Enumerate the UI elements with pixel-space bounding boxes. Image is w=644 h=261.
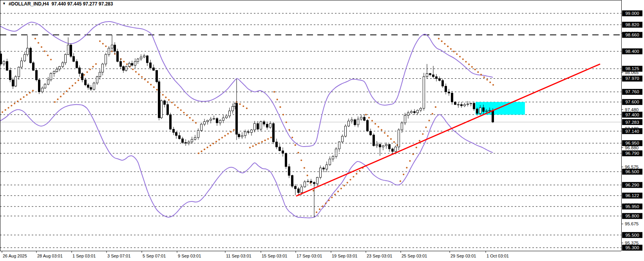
sar-dot — [347, 182, 348, 183]
candle-bullish — [301, 187, 303, 193]
candle-bullish — [376, 145, 378, 146]
sar-dot — [492, 84, 494, 86]
sar-dot — [218, 139, 220, 140]
candle-bullish — [304, 182, 306, 187]
candle-bullish — [251, 130, 253, 132]
candle-bearish — [33, 63, 34, 70]
candle-bullish — [320, 168, 322, 177]
sar-dot — [264, 140, 266, 141]
candle-bearish — [454, 102, 456, 105]
candle-bearish — [373, 135, 375, 146]
candle-bullish — [42, 88, 43, 92]
candle-bullish — [423, 77, 425, 109]
sar-dot — [204, 149, 205, 150]
sar-dot — [8, 107, 9, 109]
candle-bearish — [167, 105, 169, 115]
candle-bearish — [79, 68, 81, 74]
sar-dot — [365, 114, 367, 116]
sar-dot — [374, 123, 376, 125]
sar-dot — [242, 105, 244, 107]
sar-dot — [453, 51, 455, 52]
sar-dot — [239, 103, 241, 105]
sar-dot — [403, 174, 404, 175]
sar-dot — [69, 88, 70, 89]
sar-dot — [349, 179, 351, 180]
candle-bullish — [411, 112, 412, 113]
candle-bearish — [288, 167, 290, 176]
price-axis-label: 96.575 — [625, 165, 639, 169]
sar-dot — [429, 120, 430, 121]
sar-dot — [47, 54, 49, 56]
candle-bullish — [420, 108, 422, 110]
sar-dot — [177, 107, 179, 108]
chart-title-bar: ▼ #DOLLAR_IND,H4 97.440 97.445 97.277 97… — [2, 1, 113, 7]
sar-dot — [450, 48, 452, 50]
candle-bullish — [213, 118, 215, 119]
sar-dot — [95, 63, 97, 65]
candle-bullish — [140, 57, 142, 59]
time-axis-label: 29 Sep 03:01 — [450, 254, 476, 258]
time-axis-label: 1 Oct 03:01 — [487, 254, 509, 258]
symbol-dropdown-icon[interactable]: ▼ — [2, 2, 6, 5]
sar-dot — [471, 66, 473, 68]
sar-dot — [344, 185, 345, 187]
candle-bearish — [123, 67, 125, 71]
candle-bearish — [158, 82, 160, 118]
sar-dot — [102, 43, 104, 45]
sar-dot — [66, 91, 67, 92]
sar-dot — [316, 211, 317, 213]
candle-bearish — [323, 168, 325, 169]
sar-dot — [474, 69, 476, 70]
candle-bullish — [407, 113, 409, 116]
sar-dot — [337, 191, 339, 192]
sar-dot — [368, 117, 370, 118]
candle-bullish — [102, 64, 104, 72]
candle-bearish — [179, 136, 181, 139]
candle-bearish — [120, 62, 122, 67]
price-chart-canvas[interactable]: 98.68598.06597.48097.18096.88096.57595.9… — [0, 0, 644, 261]
price-level-box-label: 95.300 — [625, 245, 639, 250]
price-level-box-label: 96.790 — [625, 151, 639, 156]
sar-dot — [295, 144, 296, 146]
candle-bullish — [108, 48, 110, 54]
candle-bearish — [461, 105, 463, 106]
candle-bearish — [279, 147, 281, 151]
sar-dot — [252, 145, 254, 147]
candle-bullish — [417, 110, 419, 113]
candle-bearish — [30, 48, 32, 63]
sar-dot — [384, 132, 385, 134]
time-axis-label: 19 Sep 03:01 — [332, 254, 357, 258]
sar-dot — [441, 40, 443, 42]
candle-bullish — [382, 146, 384, 147]
sar-dot — [132, 69, 134, 70]
candle-bearish — [150, 63, 152, 68]
candle-bearish — [76, 62, 78, 68]
candle-bullish — [226, 116, 228, 118]
price-axis-label: 95.375 — [625, 241, 639, 245]
price-axis-label: 97.480 — [625, 107, 639, 112]
sar-dot — [165, 96, 166, 98]
price-level-box-label: 97.140 — [625, 129, 639, 134]
candle-bullish — [137, 59, 139, 62]
sar-dot — [400, 180, 401, 182]
sar-dot — [105, 45, 107, 47]
candle-bullish — [27, 48, 29, 54]
candle-bullish — [128, 63, 130, 67]
sar-dot — [126, 63, 128, 65]
sar-dot — [371, 120, 373, 121]
sar-dot — [198, 152, 199, 154]
sar-dot — [144, 79, 146, 80]
sar-dot — [26, 94, 27, 96]
candle-bullish — [59, 67, 61, 69]
candle-bullish — [241, 136, 243, 137]
time-axis-label: 5 Sep 07:01 — [143, 254, 166, 258]
sar-dot — [183, 112, 185, 113]
candle-bullish — [470, 103, 472, 104]
sar-dot — [277, 99, 278, 100]
candle-bullish — [134, 62, 136, 65]
candle-bullish — [111, 45, 113, 48]
candle-bearish — [263, 121, 265, 124]
price-level-box-label: 97.970 — [625, 76, 639, 81]
sar-dot — [92, 66, 94, 67]
sar-dot — [477, 71, 479, 73]
